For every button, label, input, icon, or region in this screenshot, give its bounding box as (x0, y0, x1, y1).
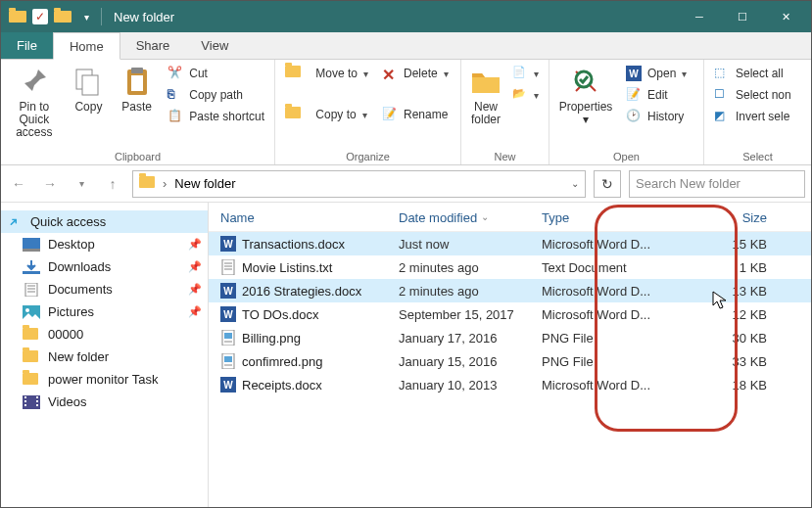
search-input[interactable]: Search New folder (629, 170, 805, 198)
copy-button[interactable]: Copy (68, 64, 110, 115)
pin-icon (19, 66, 50, 97)
address-bar[interactable]: › New folder ⌄ (132, 170, 586, 198)
select-all-button[interactable]: ⬚Select all (710, 64, 795, 83)
file-row[interactable]: W2016 Strategies.docx2 minutes agoMicros… (209, 279, 811, 302)
file-row[interactable]: confimred.pngJanuary 15, 2016PNG File33 … (209, 349, 811, 373)
svg-rect-19 (36, 396, 38, 398)
delete-button[interactable]: ✕Delete (378, 64, 453, 83)
qat-checkbox[interactable]: ✓ (32, 9, 48, 24)
svg-point-14 (25, 308, 29, 312)
word-app-icon: W (626, 66, 642, 81)
file-date: January 10, 2013 (399, 378, 542, 393)
tab-share[interactable]: Share (120, 32, 186, 59)
group-new: New folder 📄 📂 New (461, 60, 549, 164)
invert-selection-button[interactable]: ◩Invert sele (710, 107, 795, 126)
video-icon (23, 395, 40, 409)
file-size: 12 KB (694, 307, 783, 322)
group-label-clipboard: Clipboard (7, 149, 268, 162)
sidebar-item[interactable]: Downloads📌 (1, 255, 208, 278)
file-date: 2 minutes ago (399, 260, 542, 275)
file-name: Movie Listins.txt (242, 260, 332, 275)
paste-shortcut-button[interactable]: 📋Paste shortcut (164, 107, 268, 126)
pin-icon: 📌 (188, 283, 202, 296)
file-row[interactable]: Movie Listins.txt2 minutes agoText Docum… (209, 255, 811, 279)
folder-icon (23, 328, 40, 342)
edit-button[interactable]: 📝Edit (622, 85, 691, 105)
tab-home[interactable]: Home (53, 32, 120, 60)
pin-to-quick-access-button[interactable]: Pin to Quick access (7, 64, 62, 142)
invert-selection-icon: ◩ (714, 109, 730, 124)
header-date[interactable]: Date modified ⌄ (399, 210, 542, 225)
word-icon: W (220, 377, 236, 393)
select-none-icon: ☐ (714, 87, 730, 103)
clipboard-small-buttons: ✂️Cut ⎘Copy path 📋Paste shortcut (164, 64, 268, 126)
file-date: Just now (399, 237, 542, 252)
sidebar-item[interactable]: Pictures📌 (1, 300, 208, 323)
desktop-icon (23, 238, 40, 252)
sidebar-item[interactable]: Videos (1, 391, 208, 413)
paste-button[interactable]: Paste (116, 64, 158, 115)
new-folder-button[interactable]: New folder (467, 64, 504, 128)
qat-folder-icon[interactable] (54, 11, 72, 23)
open-button[interactable]: WOpen (622, 64, 691, 83)
sidebar-item[interactable]: 00000 (1, 323, 208, 346)
file-row[interactable]: Billing.pngJanuary 17, 2016PNG File30 KB (209, 326, 811, 349)
address-dropdown[interactable]: ⌄ (571, 178, 579, 189)
sidebar-item[interactable]: Documents📌 (1, 278, 208, 300)
header-name[interactable]: Name (213, 210, 399, 225)
back-button[interactable]: ← (7, 172, 30, 196)
copy-to-button[interactable]: Copy to (281, 105, 372, 124)
select-none-button[interactable]: ☐Select non (710, 85, 795, 105)
group-organize: Move to Copy to ✕Delete 📝Rename Organize (275, 60, 461, 164)
up-button[interactable]: ↑ (101, 172, 124, 196)
download-icon (23, 260, 40, 274)
maximize-button[interactable]: ☐ (721, 1, 764, 32)
tab-view[interactable]: View (185, 32, 244, 59)
qat-dropdown[interactable]: ▾ (77, 12, 95, 23)
header-type[interactable]: Type (542, 210, 694, 225)
rename-button[interactable]: 📝Rename (378, 105, 453, 124)
select-all-icon: ⬚ (714, 66, 730, 81)
sidebar-item[interactable]: power monitor Task (1, 368, 208, 391)
file-list: Name Date modified ⌄ Type Size WTransact… (209, 203, 811, 507)
easy-access-button[interactable]: 📂 (508, 85, 543, 105)
move-to-button[interactable]: Move to (281, 64, 372, 83)
file-date: January 15, 2016 (399, 354, 542, 369)
ribbon: Pin to Quick access Copy Paste ✂️Cut ⎘Co… (1, 60, 811, 165)
new-item-button[interactable]: 📄 (508, 64, 543, 83)
sidebar-quick-access[interactable]: Quick access (1, 210, 208, 233)
copy-path-button[interactable]: ⎘Copy path (164, 85, 268, 105)
header-size[interactable]: Size (694, 210, 783, 225)
file-type: Microsoft Word D... (542, 237, 694, 252)
folder-icon (23, 350, 40, 364)
picture-icon (23, 305, 40, 319)
svg-rect-3 (131, 68, 143, 73)
content-area: Quick access Desktop📌Downloads📌Documents… (1, 203, 811, 507)
document-icon (23, 283, 40, 297)
breadcrumb-folder[interactable]: New folder (174, 176, 235, 191)
sidebar-item[interactable]: Desktop📌 (1, 233, 208, 255)
file-row[interactable]: WTO DOs.docxSeptember 15, 2017Microsoft … (209, 302, 811, 326)
refresh-button[interactable]: ↻ (594, 170, 621, 198)
sidebar-item[interactable]: New folder (1, 346, 208, 368)
sidebar-item-label: New folder (48, 349, 109, 364)
group-clipboard: Pin to Quick access Copy Paste ✂️Cut ⎘Co… (1, 60, 275, 164)
file-name: Transactions.docx (242, 237, 345, 252)
forward-button[interactable]: → (38, 172, 62, 196)
minimize-button[interactable]: ─ (678, 1, 721, 32)
close-button[interactable]: ✕ (764, 1, 807, 32)
cut-button[interactable]: ✂️Cut (164, 64, 268, 83)
history-button[interactable]: 🕑History (622, 107, 691, 126)
sidebar-item-label: Pictures (48, 304, 94, 319)
file-row[interactable]: WTransactions.docxJust nowMicrosoft Word… (209, 232, 811, 255)
file-type: Text Document (542, 260, 694, 275)
svg-rect-4 (131, 75, 143, 91)
ribbon-tabs: File Home Share View (1, 32, 811, 60)
properties-button[interactable]: Properties ▾ (555, 64, 616, 128)
recent-dropdown[interactable]: ▾ (70, 172, 93, 196)
pin-icon: 📌 (188, 260, 202, 273)
svg-rect-30 (224, 356, 232, 362)
file-row[interactable]: WReceipts.docxJanuary 10, 2013Microsoft … (209, 373, 811, 396)
file-name: Receipts.docx (242, 378, 322, 393)
tab-file[interactable]: File (1, 32, 53, 59)
